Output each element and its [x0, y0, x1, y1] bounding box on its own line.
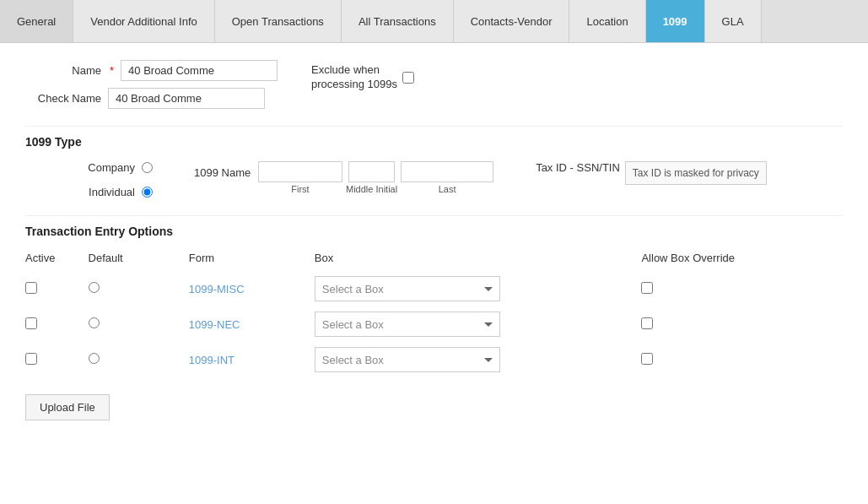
box-select-2[interactable]: Select a Box	[315, 347, 500, 372]
tab-vendor-additional-info[interactable]: Vendor Additional Info	[73, 0, 215, 42]
active-cell-0	[25, 271, 89, 306]
table-row: 1099-NEC Select a Box	[25, 306, 843, 342]
tab-open-transactions[interactable]: Open Transactions	[215, 0, 342, 42]
box-cell-1: Select a Box	[315, 306, 642, 342]
exclude-label: Exclude when processing 1099s	[311, 63, 397, 92]
first-name-input[interactable]	[258, 161, 342, 182]
table-row: 1099-MISC Select a Box	[25, 271, 843, 306]
middle-initial-input[interactable]	[348, 161, 395, 182]
col-default-header: Default	[89, 248, 189, 271]
chevron-down-icon	[484, 287, 493, 291]
form-cell-2: 1099-INT	[189, 342, 315, 377]
tab-all-transactions[interactable]: All Transactions	[342, 0, 454, 42]
individual-label: Individual	[76, 186, 135, 198]
allow-checkbox-2[interactable]	[641, 353, 653, 365]
col-box-header: Box	[315, 248, 642, 271]
1099-name-label: 1099 Name	[194, 161, 253, 179]
allow-cell-2	[641, 342, 843, 377]
company-radio[interactable]	[142, 162, 153, 173]
company-row: Company	[76, 161, 169, 174]
default-radio-0[interactable]	[89, 282, 100, 293]
default-cell-2	[89, 342, 189, 377]
tax-id-value: Tax ID is masked for privacy	[625, 161, 767, 185]
exclude-checkbox[interactable]	[402, 72, 414, 84]
allow-checkbox-0[interactable]	[641, 282, 653, 294]
name-fields-group: Name * Check Name	[25, 60, 278, 109]
form-name-0: 1099-MISC	[189, 283, 245, 295]
exclude-section: Exclude when processing 1099s	[311, 60, 414, 92]
name-input[interactable]	[121, 60, 278, 81]
last-label: Last	[439, 184, 456, 195]
form-cell-1: 1099-NEC	[189, 306, 315, 342]
form-cell-0: 1099-MISC	[189, 271, 315, 306]
check-name-input[interactable]	[108, 88, 265, 109]
middle-field-group: Middle Initial	[346, 161, 397, 195]
box-cell-0: Select a Box	[315, 271, 642, 306]
allow-checkbox-1[interactable]	[641, 317, 653, 329]
form-name-2: 1099-INT	[189, 354, 235, 366]
table-header-row: Active Default Form Box Allow Box Overri…	[25, 248, 843, 271]
tab-1099[interactable]: 1099	[646, 0, 705, 42]
form-name-1: 1099-NEC	[189, 318, 240, 331]
upload-file-button[interactable]: Upload File	[25, 394, 110, 420]
transaction-title: Transaction Entry Options	[25, 225, 843, 238]
box-select-text-0: Select a Box	[322, 283, 481, 295]
radio-group: Company Individual	[76, 161, 169, 198]
last-name-input[interactable]	[401, 161, 493, 182]
name-row: Name *	[25, 60, 278, 81]
active-checkbox-0[interactable]	[25, 282, 37, 294]
table-row: 1099-INT Select a Box	[25, 342, 843, 377]
name-section: Name * Check Name Exclude when processin…	[25, 60, 843, 109]
name-label: Name	[25, 64, 101, 77]
tab-location[interactable]: Location	[569, 0, 645, 42]
default-cell-1	[89, 306, 189, 342]
active-checkbox-1[interactable]	[25, 317, 37, 329]
first-field-group: First	[258, 161, 342, 195]
box-select-1[interactable]: Select a Box	[315, 312, 500, 337]
first-label: First	[291, 184, 309, 195]
check-name-row: Check Name	[25, 88, 278, 109]
type-section-body: Company Individual 1099 Name First Middl…	[76, 161, 843, 198]
active-checkbox-2[interactable]	[25, 353, 37, 365]
entry-table: Active Default Form Box Allow Box Overri…	[25, 248, 843, 377]
transaction-section: Transaction Entry Options Active Default…	[25, 215, 843, 377]
individual-radio[interactable]	[142, 187, 153, 198]
default-radio-1[interactable]	[89, 317, 100, 328]
box-select-text-1: Select a Box	[322, 318, 481, 331]
tab-bar: GeneralVendor Additional InfoOpen Transa…	[0, 0, 868, 43]
check-name-label: Check Name	[25, 92, 101, 105]
allow-cell-0	[641, 271, 843, 306]
tab-general[interactable]: General	[0, 0, 73, 42]
chevron-down-icon	[484, 358, 493, 362]
tab-gla[interactable]: GLA	[705, 0, 762, 42]
tax-id-section: Tax ID - SSN/TIN Tax ID is masked for pr…	[536, 161, 767, 185]
box-select-text-2: Select a Box	[322, 354, 481, 366]
active-cell-1	[25, 306, 89, 342]
1099-name-section: 1099 Name First Middle Initial Last	[194, 161, 493, 195]
allow-cell-1	[641, 306, 843, 342]
col-active-header: Active	[25, 248, 89, 271]
tax-id-label: Tax ID - SSN/TIN	[536, 161, 620, 174]
individual-row: Individual	[76, 186, 169, 198]
name-fields: First Middle Initial Last	[258, 161, 493, 195]
company-label: Company	[76, 161, 135, 174]
type-section-title: 1099 Type	[25, 126, 843, 149]
middle-label: Middle Initial	[346, 184, 397, 195]
default-cell-0	[89, 271, 189, 306]
main-content: Name * Check Name Exclude when processin…	[0, 43, 868, 504]
exclude-row: Exclude when processing 1099s	[311, 63, 414, 92]
last-field-group: Last	[401, 161, 493, 195]
box-select-0[interactable]: Select a Box	[315, 276, 500, 301]
active-cell-2	[25, 342, 89, 377]
tab-contacts-vendor[interactable]: Contacts-Vendor	[454, 0, 570, 42]
col-allow-header: Allow Box Override	[641, 248, 843, 271]
chevron-down-icon	[484, 322, 493, 327]
default-radio-2[interactable]	[89, 353, 100, 364]
box-cell-2: Select a Box	[315, 342, 642, 377]
col-form-header: Form	[189, 248, 315, 271]
name-required: *	[110, 64, 114, 77]
